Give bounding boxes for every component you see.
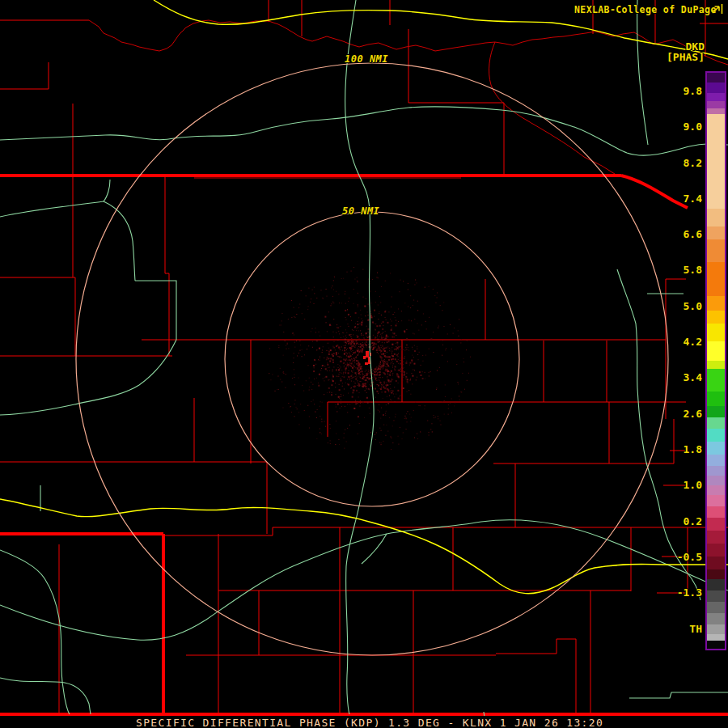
colorbar-segment [707,602,725,613]
radar-echo [269,267,471,450]
radar-viewer-screen: NEXLAB-College of DuPage DKD [PHAS] 50 N… [0,0,728,728]
product-units-label: [PHAS] [623,51,705,63]
app-title: NEXLAB-College of DuPage [574,4,717,15]
colorbar-tick-label: 8.2 [662,157,702,169]
colorbar-tick-label: 1.0 [662,479,702,491]
colorbar-segment [707,455,725,466]
colorbar-segment [707,518,725,531]
status-bar: SPECIFIC DIFFERENTIAL PHASE (KDP) 1.3 DE… [0,716,728,728]
colorbar-segment [707,590,725,602]
colorbar-segment [707,101,725,108]
colorbar-segment [707,579,725,590]
colorbar-segment [707,369,725,392]
colorbar-segment [707,417,725,429]
colorbar-segment [707,311,725,324]
colorbar-segment [707,476,725,485]
colorbar-segment [707,569,725,579]
colorbar-tick-label: 4.2 [662,336,702,348]
colorbar-segment [707,361,725,369]
colorbar-tick-label: 1.8 [662,443,702,455]
colorbar-segment [707,442,725,455]
colorbar-segment [707,226,725,239]
colorbar-segment [707,613,725,624]
colorbar-segment [707,466,725,476]
colorbar-tick-label: -1.3 [662,586,702,599]
colorbar-segment [707,83,725,93]
colorbar-tick-label: TH [662,623,702,635]
status-bar-text: SPECIFIC DIFFERENTIAL PHASE (KDP) 1.3 DE… [136,717,603,728]
colorbar-segment [707,531,725,544]
colorbar-segment [707,93,725,101]
colorbar-segment [707,485,725,495]
colorbar-tick-label: 7.4 [662,193,702,205]
colorbar-segment [707,624,725,634]
colorbar-segment [707,108,725,114]
colorbar-tick-label: 9.8 [662,85,702,97]
colorbar-segment [707,262,725,296]
colorbar-scale [705,71,726,650]
highways [0,0,728,594]
colorbar-tick-label: 6.6 [662,228,702,240]
colorbar-tick-label: 9.0 [662,121,702,133]
colorbar-tick-label: 0.2 [662,515,702,527]
rivers [0,0,728,728]
colorbar-segment [707,406,725,417]
colorbar-segment [707,296,725,311]
colorbar-segment [707,544,725,557]
colorbar-segment [707,114,725,209]
colorbar-tick-label: -0.5 [662,551,702,563]
colorbar-segment [707,209,725,226]
range-ring-label: 50 NMI [342,205,379,217]
state-borders [0,176,728,715]
colorbar-segment [707,641,725,649]
range-ring-label: 100 NMI [345,53,388,65]
colorbar-tick-label: 2.6 [662,408,702,420]
colorbar-segment [707,495,725,506]
colorbar-segment [707,557,725,569]
colorbar-tick-label: 5.0 [662,300,702,312]
colorbar-tick-label: 3.4 [662,371,702,383]
colorbar-segment [707,634,725,641]
colorbar-segment [707,324,725,341]
radar-map-image[interactable] [0,0,728,728]
resize-arrow-icon[interactable] [710,2,725,19]
colorbar-segment [707,429,725,442]
colorbar-segment [707,239,725,262]
colorbar-segment [707,506,725,518]
colorbar-segment [707,341,725,361]
colorbar-tick-label: 5.8 [662,264,702,276]
colorbar-segment [707,392,725,406]
colorbar-segment [707,73,725,83]
